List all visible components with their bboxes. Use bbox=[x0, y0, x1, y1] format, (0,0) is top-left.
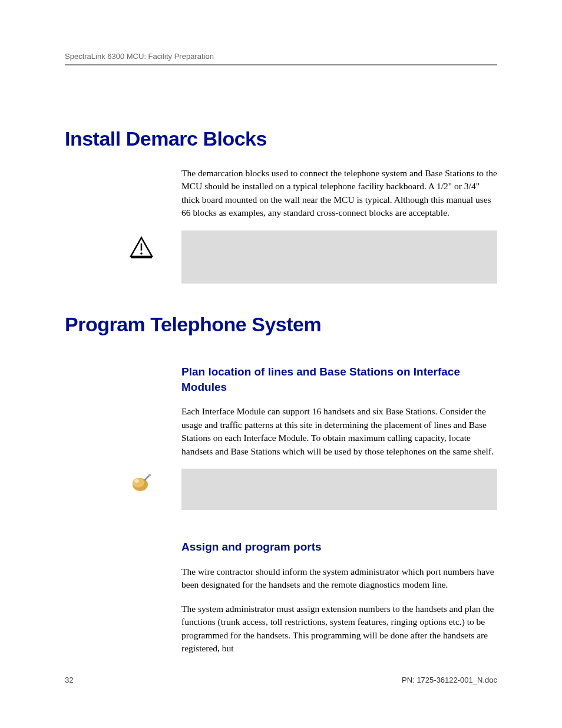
document-id: PN: 1725-36122-001_N.doc bbox=[402, 676, 497, 684]
install-body: The demarcation blocks used to connect t… bbox=[181, 167, 497, 220]
caution-callout bbox=[181, 230, 497, 284]
page-footer: 32 PN: 1725-36122-001_N.doc bbox=[65, 676, 497, 684]
heading-install-demarc: Install Demarc Blocks bbox=[65, 127, 497, 150]
assign-ports-body2: The system administrator must assign ext… bbox=[181, 602, 497, 655]
svg-point-4 bbox=[133, 478, 144, 487]
heading-program-telephone: Program Telephone System bbox=[65, 313, 497, 336]
document-header: SpectraLink 6300 MCU: Facility Preparati… bbox=[65, 52, 497, 61]
note-callout bbox=[181, 469, 497, 510]
svg-point-5 bbox=[134, 479, 139, 483]
plan-location-body: Each Interface Module can support 16 han… bbox=[181, 405, 497, 458]
page-number: 32 bbox=[65, 676, 73, 684]
subheading-plan-location: Plan location of lines and Base Stations… bbox=[181, 364, 497, 394]
pushpin-icon bbox=[128, 472, 153, 499]
header-divider bbox=[65, 64, 497, 65]
svg-point-2 bbox=[140, 252, 143, 255]
assign-ports-body1: The wire contractor should inform the sy… bbox=[181, 565, 497, 592]
svg-point-6 bbox=[148, 474, 151, 476]
caution-triangle-icon bbox=[128, 235, 154, 263]
subheading-assign-ports: Assign and program ports bbox=[181, 539, 497, 555]
